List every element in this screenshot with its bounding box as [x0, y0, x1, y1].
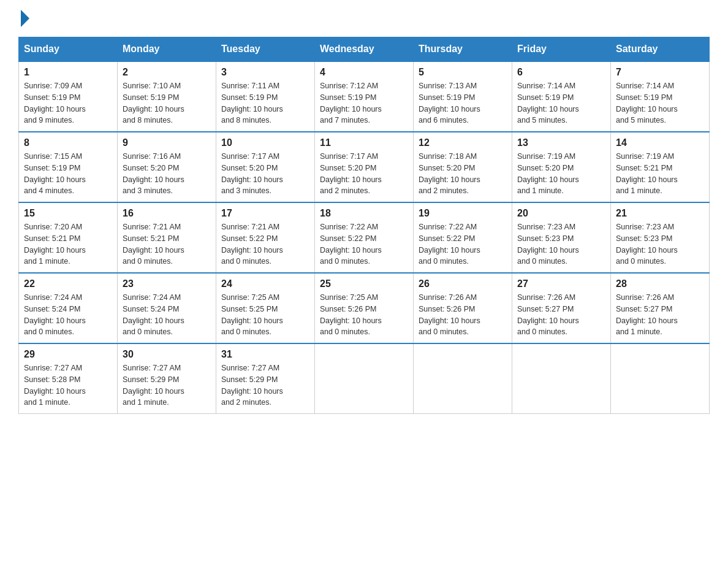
- day-info: Sunrise: 7:13 AMSunset: 5:19 PMDaylight:…: [419, 80, 507, 126]
- day-info: Sunrise: 7:25 AMSunset: 5:26 PMDaylight:…: [320, 292, 408, 338]
- day-number: 30: [123, 349, 211, 360]
- day-number: 7: [616, 67, 704, 78]
- calendar-cell: 23Sunrise: 7:24 AMSunset: 5:24 PMDayligh…: [118, 273, 216, 343]
- calendar-cell: 17Sunrise: 7:21 AMSunset: 5:22 PMDayligh…: [216, 202, 315, 273]
- day-info: Sunrise: 7:21 AMSunset: 5:21 PMDaylight:…: [123, 221, 211, 267]
- calendar-cell: 1Sunrise: 7:09 AMSunset: 5:19 PMDaylight…: [19, 61, 118, 132]
- calendar-cell: 12Sunrise: 7:18 AMSunset: 5:20 PMDayligh…: [414, 132, 512, 202]
- day-number: 13: [517, 137, 605, 148]
- day-number: 29: [24, 349, 112, 360]
- day-number: 31: [221, 349, 309, 360]
- logo: [18, 12, 29, 25]
- day-number: 22: [24, 278, 112, 289]
- day-number: 18: [320, 208, 408, 219]
- calendar-cell: 6Sunrise: 7:14 AMSunset: 5:19 PMDaylight…: [512, 61, 611, 132]
- calendar-cell: 9Sunrise: 7:16 AMSunset: 5:20 PMDaylight…: [118, 132, 216, 202]
- calendar-cell: 27Sunrise: 7:26 AMSunset: 5:27 PMDayligh…: [512, 273, 611, 343]
- day-info: Sunrise: 7:23 AMSunset: 5:23 PMDaylight:…: [517, 221, 605, 267]
- header-sunday: Sunday: [19, 37, 118, 62]
- day-number: 20: [517, 208, 605, 219]
- day-number: 27: [517, 278, 605, 289]
- calendar-cell: 10Sunrise: 7:17 AMSunset: 5:20 PMDayligh…: [216, 132, 315, 202]
- calendar-cell: 24Sunrise: 7:25 AMSunset: 5:25 PMDayligh…: [216, 273, 315, 343]
- day-number: 10: [221, 137, 309, 148]
- header: [18, 12, 710, 25]
- day-info: Sunrise: 7:26 AMSunset: 5:27 PMDaylight:…: [517, 292, 605, 338]
- day-info: Sunrise: 7:26 AMSunset: 5:27 PMDaylight:…: [616, 292, 704, 338]
- header-saturday: Saturday: [611, 37, 710, 62]
- day-number: 9: [123, 137, 211, 148]
- calendar-week-3: 15Sunrise: 7:20 AMSunset: 5:21 PMDayligh…: [19, 202, 710, 273]
- day-info: Sunrise: 7:25 AMSunset: 5:25 PMDaylight:…: [221, 292, 309, 338]
- calendar-cell: 21Sunrise: 7:23 AMSunset: 5:23 PMDayligh…: [611, 202, 710, 273]
- calendar-cell: 22Sunrise: 7:24 AMSunset: 5:24 PMDayligh…: [19, 273, 118, 343]
- calendar-cell: 14Sunrise: 7:19 AMSunset: 5:21 PMDayligh…: [611, 132, 710, 202]
- calendar-cell: 7Sunrise: 7:14 AMSunset: 5:19 PMDaylight…: [611, 61, 710, 132]
- calendar-cell: 16Sunrise: 7:21 AMSunset: 5:21 PMDayligh…: [118, 202, 216, 273]
- day-info: Sunrise: 7:16 AMSunset: 5:20 PMDaylight:…: [123, 151, 211, 197]
- calendar-cell: [414, 343, 512, 414]
- day-number: 28: [616, 278, 704, 289]
- day-number: 16: [123, 208, 211, 219]
- calendar-cell: 20Sunrise: 7:23 AMSunset: 5:23 PMDayligh…: [512, 202, 611, 273]
- day-info: Sunrise: 7:27 AMSunset: 5:28 PMDaylight:…: [24, 362, 112, 408]
- header-wednesday: Wednesday: [315, 37, 414, 62]
- day-info: Sunrise: 7:12 AMSunset: 5:19 PMDaylight:…: [320, 80, 408, 126]
- day-info: Sunrise: 7:20 AMSunset: 5:21 PMDaylight:…: [24, 221, 112, 267]
- day-info: Sunrise: 7:17 AMSunset: 5:20 PMDaylight:…: [320, 151, 408, 197]
- calendar-cell: [512, 343, 611, 414]
- calendar-cell: [611, 343, 710, 414]
- header-thursday: Thursday: [414, 37, 512, 62]
- day-number: 26: [419, 278, 507, 289]
- day-info: Sunrise: 7:19 AMSunset: 5:21 PMDaylight:…: [616, 151, 704, 197]
- day-number: 14: [616, 137, 704, 148]
- day-number: 17: [221, 208, 309, 219]
- day-info: Sunrise: 7:14 AMSunset: 5:19 PMDaylight:…: [616, 80, 704, 126]
- day-info: Sunrise: 7:10 AMSunset: 5:19 PMDaylight:…: [123, 80, 211, 126]
- calendar-cell: 4Sunrise: 7:12 AMSunset: 5:19 PMDaylight…: [315, 61, 414, 132]
- day-number: 4: [320, 67, 408, 78]
- calendar-header-row: SundayMondayTuesdayWednesdayThursdayFrid…: [19, 37, 710, 62]
- day-number: 15: [24, 208, 112, 219]
- day-info: Sunrise: 7:19 AMSunset: 5:20 PMDaylight:…: [517, 151, 605, 197]
- day-number: 6: [517, 67, 605, 78]
- calendar-cell: 29Sunrise: 7:27 AMSunset: 5:28 PMDayligh…: [19, 343, 118, 414]
- calendar-cell: 3Sunrise: 7:11 AMSunset: 5:19 PMDaylight…: [216, 61, 315, 132]
- day-number: 11: [320, 137, 408, 148]
- calendar-cell: 26Sunrise: 7:26 AMSunset: 5:26 PMDayligh…: [414, 273, 512, 343]
- day-info: Sunrise: 7:23 AMSunset: 5:23 PMDaylight:…: [616, 221, 704, 267]
- calendar-cell: 2Sunrise: 7:10 AMSunset: 5:19 PMDaylight…: [118, 61, 216, 132]
- calendar-week-2: 8Sunrise: 7:15 AMSunset: 5:19 PMDaylight…: [19, 132, 710, 202]
- day-number: 3: [221, 67, 309, 78]
- day-number: 12: [419, 137, 507, 148]
- day-info: Sunrise: 7:14 AMSunset: 5:19 PMDaylight:…: [517, 80, 605, 126]
- calendar-week-1: 1Sunrise: 7:09 AMSunset: 5:19 PMDaylight…: [19, 61, 710, 132]
- day-number: 25: [320, 278, 408, 289]
- logo-triangle-icon: [21, 10, 29, 27]
- calendar-cell: [315, 343, 414, 414]
- day-info: Sunrise: 7:27 AMSunset: 5:29 PMDaylight:…: [123, 362, 211, 408]
- day-number: 2: [123, 67, 211, 78]
- day-info: Sunrise: 7:17 AMSunset: 5:20 PMDaylight:…: [221, 151, 309, 197]
- day-number: 24: [221, 278, 309, 289]
- day-info: Sunrise: 7:22 AMSunset: 5:22 PMDaylight:…: [320, 221, 408, 267]
- calendar-cell: 28Sunrise: 7:26 AMSunset: 5:27 PMDayligh…: [611, 273, 710, 343]
- day-info: Sunrise: 7:09 AMSunset: 5:19 PMDaylight:…: [24, 80, 112, 126]
- day-info: Sunrise: 7:22 AMSunset: 5:22 PMDaylight:…: [419, 221, 507, 267]
- day-info: Sunrise: 7:27 AMSunset: 5:29 PMDaylight:…: [221, 362, 309, 408]
- day-info: Sunrise: 7:24 AMSunset: 5:24 PMDaylight:…: [24, 292, 112, 338]
- day-number: 5: [419, 67, 507, 78]
- day-info: Sunrise: 7:24 AMSunset: 5:24 PMDaylight:…: [123, 292, 211, 338]
- day-number: 21: [616, 208, 704, 219]
- calendar-cell: 30Sunrise: 7:27 AMSunset: 5:29 PMDayligh…: [118, 343, 216, 414]
- calendar-cell: 11Sunrise: 7:17 AMSunset: 5:20 PMDayligh…: [315, 132, 414, 202]
- calendar-cell: 5Sunrise: 7:13 AMSunset: 5:19 PMDaylight…: [414, 61, 512, 132]
- day-info: Sunrise: 7:26 AMSunset: 5:26 PMDaylight:…: [419, 292, 507, 338]
- day-number: 19: [419, 208, 507, 219]
- calendar-cell: 15Sunrise: 7:20 AMSunset: 5:21 PMDayligh…: [19, 202, 118, 273]
- header-friday: Friday: [512, 37, 611, 62]
- day-info: Sunrise: 7:11 AMSunset: 5:19 PMDaylight:…: [221, 80, 309, 126]
- day-number: 1: [24, 67, 112, 78]
- calendar-week-4: 22Sunrise: 7:24 AMSunset: 5:24 PMDayligh…: [19, 273, 710, 343]
- day-number: 8: [24, 137, 112, 148]
